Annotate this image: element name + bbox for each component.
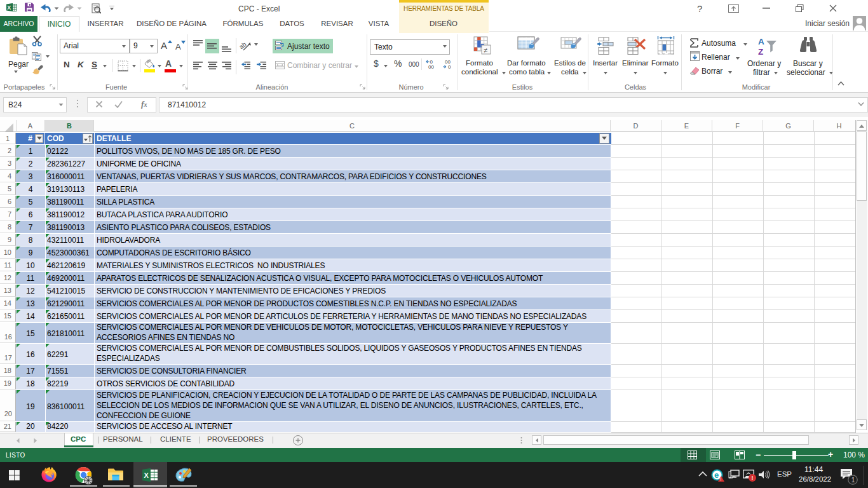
svg-text:A: A [758, 37, 764, 46]
svg-text:!: ! [720, 477, 721, 482]
svg-text:X: X [144, 471, 149, 479]
svg-text:00: 00 [428, 64, 434, 69]
svg-text:X: X [7, 4, 11, 11]
svg-text:≠: ≠ [484, 46, 487, 54]
svg-text:1: 1 [851, 477, 855, 484]
svg-text:0: 0 [448, 64, 451, 69]
svg-text:Z: Z [758, 47, 763, 57]
svg-text:!: ! [752, 475, 754, 481]
svg-text:ab: ab [239, 41, 248, 51]
